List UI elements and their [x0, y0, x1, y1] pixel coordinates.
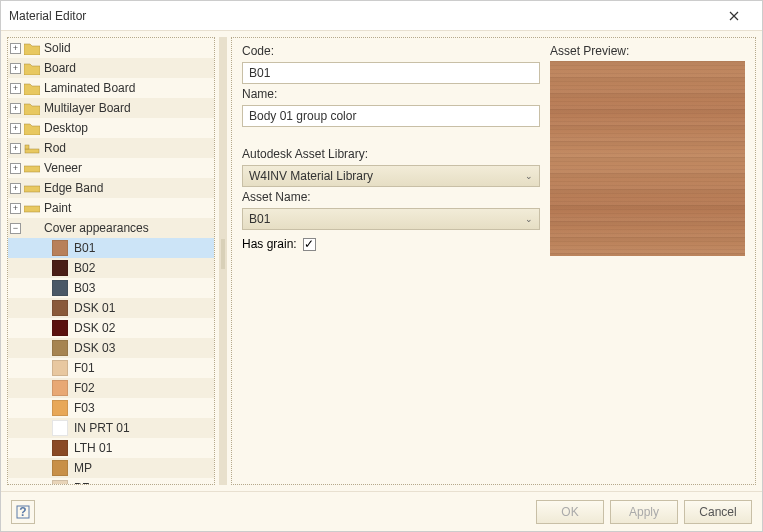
tree-category-solid[interactable]: +Solid: [8, 38, 214, 58]
tree-category-veneer[interactable]: +Veneer: [8, 158, 214, 178]
tree-label: Rod: [44, 141, 66, 155]
tree-label: Desktop: [44, 121, 88, 135]
tree-item-f02[interactable]: F02: [8, 378, 214, 398]
tree-category-laminated-board[interactable]: +Laminated Board: [8, 78, 214, 98]
color-swatch: [52, 340, 68, 356]
color-swatch: [52, 440, 68, 456]
tree-label: DSK 01: [74, 301, 115, 315]
tree-category-rod[interactable]: +Rod: [8, 138, 214, 158]
tree-category-desktop[interactable]: +Desktop: [8, 118, 214, 138]
name-input[interactable]: [242, 105, 540, 127]
color-swatch: [52, 260, 68, 276]
tree-category-board[interactable]: +Board: [8, 58, 214, 78]
tree-item-b02[interactable]: B02: [8, 258, 214, 278]
color-swatch: [52, 460, 68, 476]
library-value: W4INV Material Library: [249, 169, 373, 183]
expand-icon[interactable]: +: [10, 203, 21, 214]
svg-rect-0: [25, 149, 39, 153]
name-label: Name:: [242, 87, 540, 101]
asset-label: Asset Name:: [242, 190, 540, 204]
tree-category-paint[interactable]: +Paint: [8, 198, 214, 218]
collapse-icon[interactable]: −: [10, 223, 21, 234]
tree-category-edge-band[interactable]: +Edge Band: [8, 178, 214, 198]
svg-rect-3: [24, 186, 40, 192]
expand-icon[interactable]: +: [10, 83, 21, 94]
tree-item-f01[interactable]: F01: [8, 358, 214, 378]
tree-item-mp[interactable]: MP: [8, 458, 214, 478]
tree-label: LTH 01: [74, 441, 112, 455]
ok-button[interactable]: OK: [536, 500, 604, 524]
color-swatch: [52, 280, 68, 296]
close-icon: [729, 11, 739, 21]
material-editor-window: Material Editor +Solid+Board+Laminated B…: [0, 0, 763, 532]
tree-item-b03[interactable]: B03: [8, 278, 214, 298]
tree-label: F03: [74, 401, 95, 415]
tree-label: Board: [44, 61, 76, 75]
asset-preview: [550, 61, 745, 256]
tree-label: PF: [74, 481, 89, 485]
tree-item-lth-01[interactable]: LTH 01: [8, 438, 214, 458]
library-select[interactable]: W4INV Material Library ⌄: [242, 165, 540, 187]
close-button[interactable]: [714, 2, 754, 30]
grain-row: Has grain: ✓: [242, 237, 540, 251]
cancel-button[interactable]: Cancel: [684, 500, 752, 524]
color-swatch: [52, 380, 68, 396]
tree-item-dsk-02[interactable]: DSK 02: [8, 318, 214, 338]
expand-icon[interactable]: +: [10, 143, 21, 154]
tree-label: DSK 02: [74, 321, 115, 335]
expand-icon[interactable]: +: [10, 43, 21, 54]
tree-label: Veneer: [44, 161, 82, 175]
expand-icon[interactable]: +: [10, 123, 21, 134]
tree-category-cover-appearances[interactable]: −Cover appearances: [8, 218, 214, 238]
tree-item-in-prt-01[interactable]: IN PRT 01: [8, 418, 214, 438]
help-icon: ?: [16, 505, 30, 519]
help-button[interactable]: ?: [11, 500, 35, 524]
tree-item-f03[interactable]: F03: [8, 398, 214, 418]
tree-item-b01[interactable]: B01: [8, 238, 214, 258]
material-tree[interactable]: +Solid+Board+Laminated Board+Multilayer …: [7, 37, 215, 485]
asset-value: B01: [249, 212, 270, 226]
tree-label: Cover appearances: [44, 221, 149, 235]
tree-label: IN PRT 01: [74, 421, 130, 435]
preview-column: Asset Preview:: [550, 44, 745, 478]
grain-checkbox[interactable]: ✓: [303, 238, 316, 251]
form-fields: Code: Name: Autodesk Asset Library: W4IN…: [242, 44, 540, 478]
code-input[interactable]: [242, 62, 540, 84]
tree-item-dsk-03[interactable]: DSK 03: [8, 338, 214, 358]
color-swatch: [52, 400, 68, 416]
svg-text:?: ?: [19, 505, 26, 519]
tree-item-dsk-01[interactable]: DSK 01: [8, 298, 214, 318]
expand-icon[interactable]: +: [10, 163, 21, 174]
tree-label: Paint: [44, 201, 71, 215]
expand-icon[interactable]: +: [10, 103, 21, 114]
tree-label: B02: [74, 261, 95, 275]
properties-panel: Code: Name: Autodesk Asset Library: W4IN…: [231, 37, 756, 485]
window-title: Material Editor: [9, 9, 714, 23]
svg-rect-4: [24, 206, 40, 212]
expand-icon[interactable]: +: [10, 63, 21, 74]
asset-select[interactable]: B01 ⌄: [242, 208, 540, 230]
color-swatch: [52, 300, 68, 316]
expand-icon[interactable]: +: [10, 183, 21, 194]
splitter[interactable]: [219, 37, 227, 485]
chevron-down-icon: ⌄: [525, 171, 533, 181]
tree-label: MP: [74, 461, 92, 475]
tree-label: DSK 03: [74, 341, 115, 355]
preview-label: Asset Preview:: [550, 44, 745, 58]
tree-label: B03: [74, 281, 95, 295]
color-swatch: [52, 320, 68, 336]
tree-label: Solid: [44, 41, 71, 55]
tree-label: F02: [74, 381, 95, 395]
color-swatch: [52, 240, 68, 256]
check-icon: ✓: [304, 237, 314, 251]
footer: ? OK Apply Cancel: [1, 491, 762, 531]
tree-item-pf[interactable]: PF: [8, 478, 214, 485]
color-swatch: [52, 480, 68, 485]
svg-rect-1: [25, 145, 29, 149]
code-label: Code:: [242, 44, 540, 58]
color-swatch: [52, 420, 68, 436]
apply-button[interactable]: Apply: [610, 500, 678, 524]
tree-category-multilayer-board[interactable]: +Multilayer Board: [8, 98, 214, 118]
color-swatch: [52, 360, 68, 376]
grain-label: Has grain:: [242, 237, 297, 251]
